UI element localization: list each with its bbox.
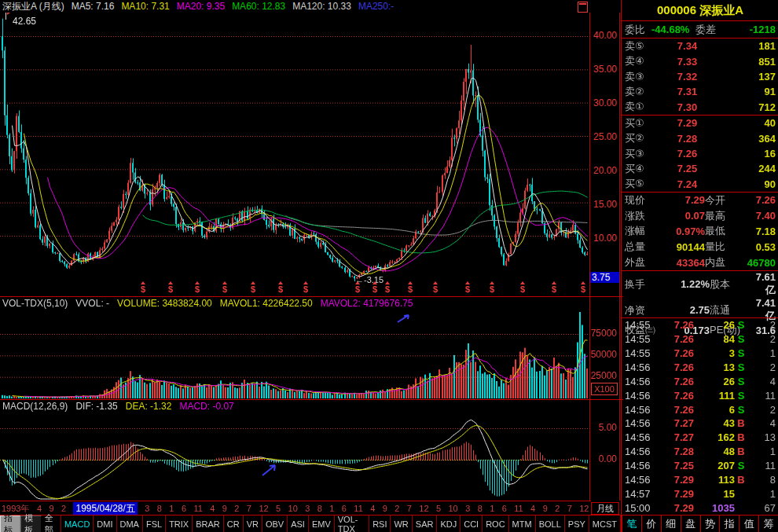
volume-axis-label: 25000 bbox=[591, 370, 617, 381]
indicator-tab-dma[interactable]: DMA bbox=[117, 515, 143, 532]
tick-volume: 6 bbox=[694, 404, 735, 416]
macd-axis: 5.000.00 bbox=[590, 412, 619, 501]
snapshot-row: 涨幅0.97%最低7.18 bbox=[622, 224, 778, 240]
ask-row[interactable]: 卖④7.33851 bbox=[622, 53, 778, 68]
tick-price: 7.26 bbox=[656, 347, 694, 359]
commission-ratio-row: 委比 -44.68% 委差 -1218 bbox=[622, 21, 778, 38]
tick-time: 14:56 bbox=[625, 417, 656, 429]
indicator-tab-rsi[interactable]: RSI bbox=[369, 515, 391, 532]
timeline-label: 3 bbox=[465, 504, 470, 513]
panel-tab-指[interactable]: 指 bbox=[719, 515, 739, 532]
indicator-tab-roc[interactable]: ROC bbox=[483, 515, 508, 532]
macd-canvas[interactable] bbox=[0, 412, 589, 501]
ask-row[interactable]: 卖⑤7.34181 bbox=[622, 39, 778, 53]
indicator-tab-boll[interactable]: BOLL bbox=[536, 515, 565, 532]
snapshot-label: 最低 bbox=[705, 224, 738, 238]
bid-row[interactable]: 买①7.2940 bbox=[622, 116, 778, 130]
panel-tab-值[interactable]: 值 bbox=[739, 515, 758, 532]
timeline-label: 2 bbox=[61, 504, 66, 513]
ask-row[interactable]: 卖②7.3191 bbox=[622, 84, 778, 99]
tick-count: 11 bbox=[747, 390, 776, 402]
dividend-marker-icon: $ bbox=[354, 284, 361, 294]
indicator-tab-cr[interactable]: CR bbox=[224, 515, 244, 532]
ask-row-volume: 181 bbox=[717, 40, 776, 52]
period-label[interactable]: 月线 bbox=[591, 502, 619, 515]
ask-row-label: 卖④ bbox=[625, 54, 658, 68]
tick-count: 2 bbox=[747, 333, 776, 345]
indicator-tab-macd[interactable]: MACD bbox=[61, 515, 94, 532]
timeline-label: 8 bbox=[157, 504, 162, 513]
indicator-tab-cci[interactable]: CCI bbox=[461, 515, 483, 532]
tick-row: 14:567.25207S11 bbox=[622, 459, 778, 473]
panel-tab-bar: 笔价细盘势指值筹 bbox=[622, 515, 778, 532]
tick-side: B bbox=[735, 417, 747, 429]
tick-list: 14:557.2626S214:557.2684S214:557.263S114… bbox=[622, 318, 778, 515]
dividend-marker-icon: $ bbox=[371, 284, 379, 294]
candlestick-canvas[interactable] bbox=[0, 13, 589, 296]
tick-row: 14:557.2626S2 bbox=[622, 318, 778, 332]
panel-tab-笔[interactable]: 笔 bbox=[622, 515, 641, 532]
indicator-tab-obv[interactable]: OBV bbox=[262, 515, 288, 532]
timeline-label: 2 bbox=[395, 504, 399, 513]
tick-volume: 113 bbox=[694, 474, 735, 486]
timeline-label: 7 bbox=[407, 504, 412, 513]
tick-volume: 26 bbox=[694, 376, 735, 387]
indicator-tab-sar[interactable]: SAR bbox=[413, 515, 438, 532]
indicator-tab-trix[interactable]: TRIX bbox=[166, 515, 193, 532]
indicator-tab-fsl[interactable]: FSL bbox=[143, 515, 166, 532]
ma250-value: MA250:- bbox=[358, 1, 394, 12]
indicator-tab-asi[interactable]: ASI bbox=[288, 515, 309, 532]
bid-row[interactable]: 买②7.28364 bbox=[622, 130, 778, 145]
indicator-tab-wr[interactable]: WR bbox=[391, 515, 412, 532]
timeline-label: 12 bbox=[579, 504, 589, 513]
panel-tab-盘[interactable]: 盘 bbox=[681, 515, 700, 532]
timeline-label: 6 bbox=[502, 504, 507, 513]
tick-time: 14:56 bbox=[625, 431, 656, 443]
indicator-tab-kdj[interactable]: KDJ bbox=[437, 515, 461, 532]
indicator-tab-全部[interactable]: 全部 bbox=[42, 515, 61, 532]
tick-row: 15:007.29103567 bbox=[622, 501, 778, 515]
price-axis-label: 35.00 bbox=[593, 64, 617, 75]
ma60-value: MA60: 12.83 bbox=[232, 1, 285, 12]
panel-tab-筹[interactable]: 筹 bbox=[758, 515, 778, 532]
tick-volume: 48 bbox=[694, 446, 735, 457]
stat-label: 流通 bbox=[710, 303, 747, 317]
ma5-value: MA5: 7.16 bbox=[72, 1, 115, 12]
tick-side: S bbox=[735, 319, 747, 331]
volume-canvas[interactable] bbox=[0, 309, 589, 399]
timeline-label: 8 bbox=[478, 504, 483, 513]
macd-axis-label: 5.00 bbox=[599, 422, 617, 433]
indicator-tab-mcst[interactable]: MCST bbox=[589, 515, 621, 532]
timeline-label: 9 bbox=[543, 504, 548, 513]
tick-side: B bbox=[735, 474, 747, 486]
indicator-tab-brar[interactable]: BRAR bbox=[193, 515, 224, 532]
indicator-tab-vol-tdx[interactable]: VOL-TDX bbox=[335, 515, 369, 532]
ask-row[interactable]: 卖③7.32137 bbox=[622, 69, 778, 84]
main-chart-pane[interactable]: 42.65 ←-3.15 $$$$$$$$$$$$$$$$$ bbox=[0, 13, 589, 296]
tick-volume: 111 bbox=[694, 390, 735, 402]
indicator-tab-vr[interactable]: VR bbox=[244, 515, 262, 532]
panel-tab-价[interactable]: 价 bbox=[641, 515, 661, 532]
bid-row[interactable]: 买③7.2616 bbox=[622, 146, 778, 161]
snapshot-value: 7.40 bbox=[738, 210, 776, 222]
timeline-label: 5 bbox=[276, 504, 281, 513]
ask-row[interactable]: 卖①7.30712 bbox=[622, 100, 778, 115]
timeline-label: 12 bbox=[419, 504, 428, 513]
tick-volume: 13 bbox=[694, 361, 735, 373]
indicator-tab-模板[interactable]: 模板 bbox=[20, 515, 41, 532]
indicator-tab-dmi[interactable]: DMI bbox=[94, 515, 116, 532]
indicator-tab-psy[interactable]: PSY bbox=[565, 515, 589, 532]
panel-tab-细[interactable]: 细 bbox=[661, 515, 681, 532]
indicator-tab-emv[interactable]: EMV bbox=[309, 515, 335, 532]
panel-tab-势[interactable]: 势 bbox=[700, 515, 720, 532]
tick-count: 8 bbox=[747, 474, 776, 486]
indicator-tab-指标[interactable]: 指标 bbox=[0, 515, 20, 532]
tick-time: 14:56 bbox=[625, 460, 656, 471]
bid-row[interactable]: 买⑤7.2490 bbox=[622, 177, 778, 192]
restore-window-icon[interactable] bbox=[578, 2, 588, 13]
indicator-tab-mtm[interactable]: MTM bbox=[509, 515, 536, 532]
snapshot-value: 7.18 bbox=[738, 226, 776, 237]
timeline-label: 9 bbox=[383, 504, 387, 513]
bid-row[interactable]: 买④7.25244 bbox=[622, 161, 778, 176]
tick-row: 14:567.2613S2 bbox=[622, 361, 778, 375]
